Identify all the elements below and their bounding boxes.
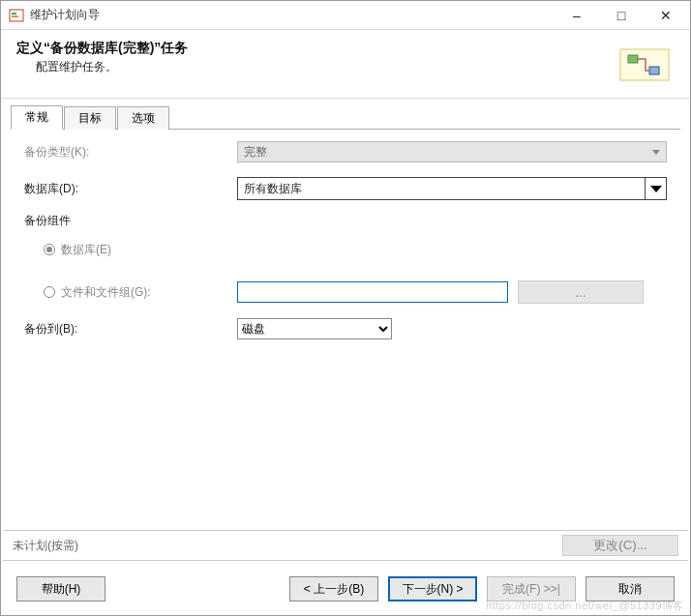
backup-to-select[interactable]: 磁盘 [237, 318, 392, 339]
wizard-footer: 帮助(H) < 上一步(B) 下一步(N) > 完成(F) >>| 取消 [1, 571, 690, 615]
radio-filegroup-label: 文件和文件组(G): [61, 284, 151, 301]
backup-to-label: 备份到(B): [24, 321, 237, 337]
titlebar: 维护计划向导 – □ ✕ [1, 1, 690, 30]
change-schedule-button: 更改(C)... [562, 535, 678, 556]
wizard-window: 维护计划向导 – □ ✕ 定义“备份数据库(完整)”任务 配置维护任务。 常规 … [0, 0, 691, 616]
svg-rect-4 [628, 55, 638, 63]
radio-database-option: 数据库(E) [44, 242, 237, 258]
tab-options[interactable]: 选项 [117, 106, 169, 130]
cancel-button[interactable]: 取消 [586, 576, 675, 601]
radio-filegroup-icon [44, 286, 55, 298]
database-dropdown-value: 所有数据库 [244, 181, 302, 197]
component-label: 备份组件 [24, 213, 667, 229]
close-button[interactable]: ✕ [644, 2, 688, 29]
chevron-down-icon [645, 178, 666, 199]
svg-rect-1 [12, 13, 16, 15]
schedule-text: 未计划(按需) [13, 538, 78, 554]
tab-destination[interactable]: 目标 [64, 106, 116, 130]
filegroup-input [237, 281, 508, 303]
next-button[interactable]: 下一步(N) > [388, 576, 477, 601]
header-title: 定义“备份数据库(完整)”任务 [16, 40, 188, 57]
radio-database-label: 数据库(E) [61, 242, 111, 258]
form-content: 备份类型(K): 完整 数据库(D): 所有数据库 备份组件 数据库(E) 文件… [1, 130, 690, 530]
wizard-header: 定义“备份数据库(完整)”任务 配置维护任务。 [1, 30, 690, 99]
database-label: 数据库(D): [24, 181, 237, 197]
finish-button: 完成(F) >>| [487, 576, 576, 601]
filegroup-browse-button: ... [518, 280, 644, 304]
backup-type-combo: 完整 [237, 141, 667, 162]
radio-database-icon [44, 244, 55, 255]
app-icon [9, 8, 24, 23]
back-button[interactable]: < 上一步(B) [289, 576, 378, 601]
window-title: 维护计划向导 [30, 7, 555, 23]
svg-rect-2 [12, 15, 18, 17]
header-subtitle: 配置维护任务。 [36, 59, 188, 75]
header-illustration-icon [616, 40, 675, 88]
svg-rect-5 [649, 67, 659, 74]
backup-type-label: 备份类型(K): [24, 144, 237, 161]
tab-strip: 常规 目标 选项 [11, 106, 680, 130]
database-dropdown[interactable]: 所有数据库 [237, 177, 667, 200]
schedule-bar: 未计划(按需) 更改(C)... [3, 530, 688, 561]
help-button[interactable]: 帮助(H) [16, 576, 105, 601]
minimize-button[interactable]: – [555, 2, 599, 29]
maximize-button[interactable]: □ [599, 2, 644, 29]
svg-rect-3 [620, 49, 669, 80]
radio-filegroup-option: 文件和文件组(G): [44, 284, 237, 301]
tab-general[interactable]: 常规 [11, 105, 63, 130]
